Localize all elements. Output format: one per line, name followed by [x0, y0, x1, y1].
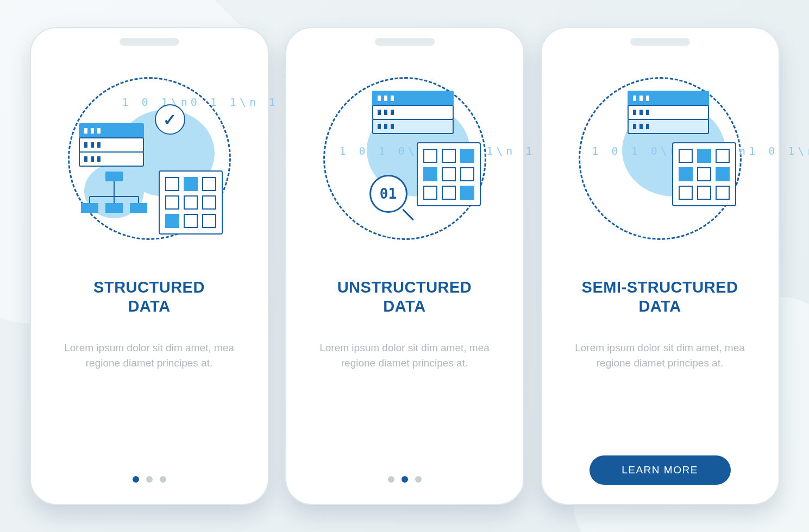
screen-title: SEMI-STRUCTURED DATA — [582, 278, 738, 316]
screen-title: STRUCTURED DATA — [93, 278, 205, 316]
page-indicator — [133, 476, 166, 483]
page-dot[interactable] — [160, 476, 166, 483]
page-dot[interactable] — [415, 476, 422, 483]
screen-description: Lorem ipsum dolor sit dim amet, mea regi… — [573, 340, 747, 371]
phone-mockup-1: 1 0 1\n0 1 1\n 1 0\n1 1\n0 1 0 ✓ STRUCTU… — [30, 27, 269, 505]
learn-more-button[interactable]: LEARN MORE — [589, 455, 731, 485]
phone-mockup-3: 1 0 1 0\n0 1 1\n1 0 1\n0 1\n1 0 1 0 SEMI… — [541, 27, 780, 505]
screen-description: Lorem ipsum dolor sit dim amet, mea regi… — [62, 340, 236, 371]
screen-title: UNSTRUCTURED DATA — [337, 278, 472, 316]
page-dot[interactable] — [133, 476, 139, 483]
screen-description: Lorem ipsum dolor sit dim amet, mea regi… — [318, 340, 492, 371]
page-dot[interactable] — [402, 476, 408, 483]
onboarding-stage: 1 0 1\n0 1 1\n 1 0\n1 1\n0 1 0 ✓ STRUCTU… — [0, 0, 809, 532]
unstructured-data-icon: 1 0 1 0\n0 1 1\n 1 0 1\n0 1 1\n1 0 1 0 0… — [318, 72, 492, 245]
phone-mockup-2: 1 0 1 0\n0 1 1\n 1 0 1\n0 1 1\n1 0 1 0 0… — [285, 27, 524, 505]
page-dot[interactable] — [388, 476, 394, 483]
semi-structured-data-icon: 1 0 1 0\n0 1 1\n1 0 1\n0 1\n1 0 1 0 — [573, 72, 747, 245]
structured-data-icon: 1 0 1\n0 1 1\n 1 0\n1 1\n0 1 0 ✓ — [62, 72, 236, 245]
page-indicator — [388, 476, 422, 483]
page-dot[interactable] — [146, 476, 153, 483]
